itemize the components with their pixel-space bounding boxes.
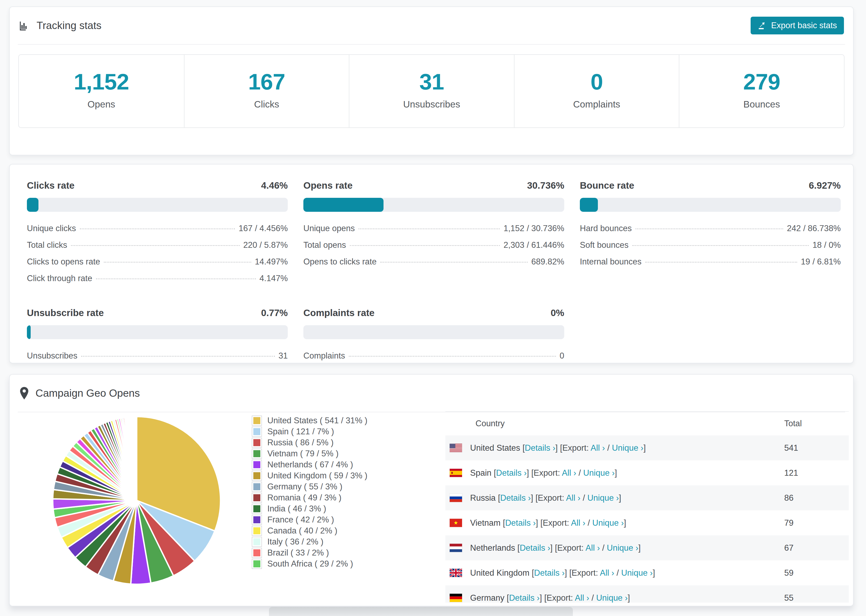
stat-cell-unsubscribes: 31Unsubscribes [349,55,514,127]
horizontal-scrollbar-thumb[interactable] [269,607,573,616]
geo-country-table: Country Total United States [Details ›] … [446,411,849,603]
country-cell: United States [Details ›] [Export: All ›… [446,443,784,453]
rate-progress-track [580,198,841,212]
rate-row-label: Internal bounces [580,257,641,267]
bracket: ] [638,543,641,553]
campaign-geo-opens-card: Campaign Geo Opens United States ( 541 /… [9,374,853,606]
export-icon [757,21,767,30]
details-link[interactable]: Details › [534,568,565,578]
rate-value: 30.736% [527,180,564,191]
export-all-link[interactable]: All › [571,518,585,528]
bracket: ] [Export: [565,568,600,578]
legend-swatch [252,471,262,481]
export-all-link[interactable]: All › [566,493,580,503]
country-name: United States [470,443,523,453]
dotted-leader [80,228,235,229]
country-name: Spain [470,468,494,478]
rate-detail-row: Unsubscribes31 [27,351,288,361]
bracket: / [576,468,583,478]
rate-row-label: Opens to clicks rate [303,257,376,267]
details-link[interactable]: Details › [505,518,536,528]
country-cell: Germany [Details ›] [Export: All › / Uni… [446,593,784,603]
legend-item: Spain ( 121 / 7% ) [252,426,367,437]
country-links: [Details ›] [Export: All › / Unique ›] [507,593,630,603]
rates-card: Clicks rate4.46%Unique clicks167 / 4.456… [9,164,853,363]
legend-swatch [252,559,262,569]
country-total: 67 [784,543,849,553]
rate-detail-row: Click through rate4.147% [27,273,288,283]
geo-opens-pie-chart [50,414,223,587]
bracket: ] [624,518,626,528]
flag-icon-vn [450,519,462,527]
rate-card-3: Bounce rate6.927%Hard bounces242 / 86.73… [580,180,841,290]
dotted-leader [81,356,275,357]
legend-item: Canada ( 40 / 2% ) [252,525,367,536]
details-link[interactable]: Details › [509,593,540,603]
country-name: Vietnam [470,518,503,528]
export-unique-link[interactable]: Unique › [607,543,638,553]
rate-progress-track [27,198,288,212]
page-title: Tracking stats [36,20,101,31]
rate-row-label: Unique opens [303,224,355,233]
geo-title: Campaign Geo Opens [36,387,140,399]
country-name: Netherlands [470,543,518,553]
table-row-gb: United Kingdom [Details ›] [Export: All … [446,560,849,585]
stats-grid: 1,152Opens167Clicks31Unsubscribes0Compla… [18,54,844,128]
country-cell: Vietnam [Details ›] [Export: All › / Uni… [446,518,784,528]
legend-label: United Kingdom ( 59 / 3% ) [267,471,367,481]
table-row-ru: Russia [Details ›] [Export: All › / Uniq… [446,486,849,511]
details-link[interactable]: Details › [500,493,531,503]
bracket: ] [643,443,646,453]
rate-card-header: Clicks rate4.46% [27,180,288,191]
bracket: ] [628,593,630,603]
export-all-link[interactable]: All › [575,593,589,603]
bracket: [ [494,468,496,478]
details-link[interactable]: Details › [525,443,555,453]
bracket: [ [532,568,534,578]
rate-progress-fill [27,325,31,339]
export-all-link[interactable]: All › [590,443,605,453]
details-link[interactable]: Details › [496,468,527,478]
export-all-link[interactable]: All › [600,568,614,578]
export-all-link[interactable]: All › [586,543,600,553]
rate-row-label: Click through rate [27,273,92,283]
column-header-country: Country [446,419,784,428]
legend-label: Brazil ( 33 / 2% ) [267,548,329,558]
rate-row-value: 4.147% [260,273,288,283]
country-total: 55 [784,593,849,603]
export-unique-link[interactable]: Unique › [596,593,628,603]
rate-detail-rows: Unique clicks167 / 4.456%Total clicks220… [27,224,288,283]
rate-detail-rows: Complaints0 [303,351,564,361]
legend-label: Romania ( 49 / 3% ) [267,493,342,503]
rate-value: 4.46% [261,180,288,191]
rate-detail-rows: Unique opens1,152 / 30.736%Total opens2,… [303,224,564,267]
export-unique-link[interactable]: Unique › [583,468,614,478]
rate-row-value: 19 / 6.81% [801,257,841,267]
export-basic-stats-button[interactable]: Export basic stats [751,17,844,35]
rate-card-4: Unsubscribe rate0.77%Unsubscribes31 [27,308,288,368]
legend-item: United States ( 541 / 31% ) [252,415,367,426]
rate-value: 0.77% [261,308,288,318]
export-unique-link[interactable]: Unique › [621,568,653,578]
export-all-link[interactable]: All › [562,468,576,478]
country-name: United Kingdom [470,568,532,578]
bar-chart-icon [19,20,31,31]
map-pin-icon [19,386,30,400]
details-link[interactable]: Details › [520,543,550,553]
flag-icon-ru [450,494,462,502]
dotted-leader [636,228,783,229]
legend-item: France ( 42 / 2% ) [252,514,367,525]
rate-progress-track [27,325,288,339]
rate-title: Clicks rate [27,180,74,191]
dotted-leader [96,278,256,279]
flag-icon-nl [450,544,462,552]
export-unique-link[interactable]: Unique › [592,518,624,528]
bracket: ] [Export: [555,443,590,453]
export-unique-link[interactable]: Unique › [587,493,619,503]
rate-row-label: Unique clicks [27,224,76,233]
legend-label: Netherlands ( 67 / 4% ) [267,460,353,470]
dotted-leader [645,262,797,262]
export-unique-link[interactable]: Unique › [612,443,643,453]
legend-item: Germany ( 55 / 3% ) [252,481,367,492]
flag-icon-de [450,594,462,602]
